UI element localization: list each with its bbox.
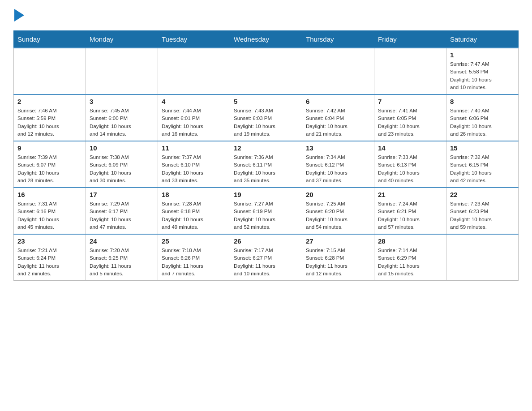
day-number: 27 xyxy=(306,237,370,245)
day-info: Sunrise: 7:29 AM Sunset: 6:17 PM Dayligh… xyxy=(90,200,154,231)
calendar-header-saturday: Saturday xyxy=(446,31,519,48)
day-number: 1 xyxy=(450,51,515,59)
week-row-2: 2Sunrise: 7:46 AM Sunset: 5:59 PM Daylig… xyxy=(14,94,519,141)
calendar-cell: 10Sunrise: 7:38 AM Sunset: 6:09 PM Dayli… xyxy=(86,141,158,188)
calendar-cell: 16Sunrise: 7:31 AM Sunset: 6:16 PM Dayli… xyxy=(14,188,86,234)
day-info: Sunrise: 7:41 AM Sunset: 6:05 PM Dayligh… xyxy=(378,107,442,138)
day-number: 12 xyxy=(234,144,298,152)
calendar-cell: 27Sunrise: 7:15 AM Sunset: 6:28 PM Dayli… xyxy=(302,234,374,281)
calendar-cell: 3Sunrise: 7:45 AM Sunset: 6:00 PM Daylig… xyxy=(86,94,158,141)
calendar-cell xyxy=(14,48,86,94)
day-info: Sunrise: 7:38 AM Sunset: 6:09 PM Dayligh… xyxy=(90,154,154,184)
calendar-cell: 6Sunrise: 7:42 AM Sunset: 6:04 PM Daylig… xyxy=(302,94,374,141)
day-number: 17 xyxy=(90,191,154,198)
svg-marker-0 xyxy=(14,9,24,21)
day-info: Sunrise: 7:14 AM Sunset: 6:29 PM Dayligh… xyxy=(378,247,442,278)
calendar-cell: 7Sunrise: 7:41 AM Sunset: 6:05 PM Daylig… xyxy=(374,94,446,141)
calendar-cell: 24Sunrise: 7:20 AM Sunset: 6:25 PM Dayli… xyxy=(86,234,158,281)
calendar-cell: 14Sunrise: 7:33 AM Sunset: 6:13 PM Dayli… xyxy=(374,141,446,188)
day-number: 7 xyxy=(378,98,442,105)
day-number: 13 xyxy=(306,144,370,152)
day-info: Sunrise: 7:45 AM Sunset: 6:00 PM Dayligh… xyxy=(90,107,154,138)
calendar-cell: 2Sunrise: 7:46 AM Sunset: 5:59 PM Daylig… xyxy=(14,94,86,141)
calendar-cell: 5Sunrise: 7:43 AM Sunset: 6:03 PM Daylig… xyxy=(230,94,302,141)
calendar-cell xyxy=(374,48,446,94)
day-number: 3 xyxy=(90,98,154,105)
day-info: Sunrise: 7:39 AM Sunset: 6:07 PM Dayligh… xyxy=(17,154,82,184)
day-info: Sunrise: 7:43 AM Sunset: 6:03 PM Dayligh… xyxy=(234,107,298,138)
day-number: 16 xyxy=(17,191,82,198)
calendar-header-friday: Friday xyxy=(374,31,446,48)
calendar-cell: 1Sunrise: 7:47 AM Sunset: 5:58 PM Daylig… xyxy=(446,48,519,94)
day-number: 19 xyxy=(234,191,298,198)
calendar-header-row: SundayMondayTuesdayWednesdayThursdayFrid… xyxy=(14,31,519,48)
day-number: 9 xyxy=(17,144,82,152)
calendar-header-tuesday: Tuesday xyxy=(158,31,230,48)
calendar-cell: 28Sunrise: 7:14 AM Sunset: 6:29 PM Dayli… xyxy=(374,234,446,281)
day-number: 25 xyxy=(162,237,226,245)
calendar-cell xyxy=(302,48,374,94)
calendar-cell: 23Sunrise: 7:21 AM Sunset: 6:24 PM Dayli… xyxy=(14,234,86,281)
logo-flag-icon xyxy=(14,9,24,21)
calendar-cell: 8Sunrise: 7:40 AM Sunset: 6:06 PM Daylig… xyxy=(446,94,519,141)
week-row-5: 23Sunrise: 7:21 AM Sunset: 6:24 PM Dayli… xyxy=(14,234,519,281)
day-number: 23 xyxy=(17,237,82,245)
day-info: Sunrise: 7:44 AM Sunset: 6:01 PM Dayligh… xyxy=(162,107,226,138)
day-number: 5 xyxy=(234,98,298,105)
calendar-header-wednesday: Wednesday xyxy=(230,31,302,48)
day-info: Sunrise: 7:15 AM Sunset: 6:28 PM Dayligh… xyxy=(306,247,370,278)
day-number: 24 xyxy=(90,237,154,245)
day-info: Sunrise: 7:34 AM Sunset: 6:12 PM Dayligh… xyxy=(306,154,370,184)
day-info: Sunrise: 7:27 AM Sunset: 6:19 PM Dayligh… xyxy=(234,200,298,231)
calendar-header-thursday: Thursday xyxy=(302,31,374,48)
day-number: 21 xyxy=(378,191,442,198)
day-info: Sunrise: 7:25 AM Sunset: 6:20 PM Dayligh… xyxy=(306,200,370,231)
day-info: Sunrise: 7:31 AM Sunset: 6:16 PM Dayligh… xyxy=(17,200,82,231)
calendar-cell xyxy=(158,48,230,94)
calendar-cell: 11Sunrise: 7:37 AM Sunset: 6:10 PM Dayli… xyxy=(158,141,230,188)
calendar-cell: 15Sunrise: 7:32 AM Sunset: 6:15 PM Dayli… xyxy=(446,141,519,188)
day-info: Sunrise: 7:42 AM Sunset: 6:04 PM Dayligh… xyxy=(306,107,370,138)
calendar-cell xyxy=(230,48,302,94)
calendar-cell: 9Sunrise: 7:39 AM Sunset: 6:07 PM Daylig… xyxy=(14,141,86,188)
calendar-cell: 4Sunrise: 7:44 AM Sunset: 6:01 PM Daylig… xyxy=(158,94,230,141)
day-number: 18 xyxy=(162,191,226,198)
calendar-cell: 21Sunrise: 7:24 AM Sunset: 6:21 PM Dayli… xyxy=(374,188,446,234)
day-info: Sunrise: 7:20 AM Sunset: 6:25 PM Dayligh… xyxy=(90,247,154,278)
day-info: Sunrise: 7:37 AM Sunset: 6:10 PM Dayligh… xyxy=(162,154,226,184)
calendar-cell: 12Sunrise: 7:36 AM Sunset: 6:11 PM Dayli… xyxy=(230,141,302,188)
day-info: Sunrise: 7:23 AM Sunset: 6:23 PM Dayligh… xyxy=(450,200,515,231)
day-info: Sunrise: 7:46 AM Sunset: 5:59 PM Dayligh… xyxy=(17,107,82,138)
day-number: 10 xyxy=(90,144,154,152)
page-header xyxy=(13,9,519,21)
calendar-cell: 22Sunrise: 7:23 AM Sunset: 6:23 PM Dayli… xyxy=(446,188,519,234)
day-number: 8 xyxy=(450,98,515,105)
day-number: 15 xyxy=(450,144,515,152)
day-number: 22 xyxy=(450,191,515,198)
day-info: Sunrise: 7:36 AM Sunset: 6:11 PM Dayligh… xyxy=(234,154,298,184)
calendar-cell: 25Sunrise: 7:18 AM Sunset: 6:26 PM Dayli… xyxy=(158,234,230,281)
calendar-table: SundayMondayTuesdayWednesdayThursdayFrid… xyxy=(13,30,519,281)
week-row-1: 1Sunrise: 7:47 AM Sunset: 5:58 PM Daylig… xyxy=(14,48,519,94)
calendar-cell xyxy=(446,234,519,281)
calendar-cell: 26Sunrise: 7:17 AM Sunset: 6:27 PM Dayli… xyxy=(230,234,302,281)
day-info: Sunrise: 7:18 AM Sunset: 6:26 PM Dayligh… xyxy=(162,247,226,278)
day-info: Sunrise: 7:47 AM Sunset: 5:58 PM Dayligh… xyxy=(450,60,515,91)
calendar-cell: 13Sunrise: 7:34 AM Sunset: 6:12 PM Dayli… xyxy=(302,141,374,188)
day-info: Sunrise: 7:32 AM Sunset: 6:15 PM Dayligh… xyxy=(450,154,515,184)
logo xyxy=(13,9,24,21)
calendar-header-monday: Monday xyxy=(86,31,158,48)
day-info: Sunrise: 7:24 AM Sunset: 6:21 PM Dayligh… xyxy=(378,200,442,231)
day-number: 20 xyxy=(306,191,370,198)
calendar-cell: 20Sunrise: 7:25 AM Sunset: 6:20 PM Dayli… xyxy=(302,188,374,234)
day-number: 14 xyxy=(378,144,442,152)
day-number: 2 xyxy=(17,98,82,105)
day-number: 11 xyxy=(162,144,226,152)
calendar-cell xyxy=(86,48,158,94)
day-info: Sunrise: 7:33 AM Sunset: 6:13 PM Dayligh… xyxy=(378,154,442,184)
day-number: 26 xyxy=(234,237,298,245)
calendar-cell: 18Sunrise: 7:28 AM Sunset: 6:18 PM Dayli… xyxy=(158,188,230,234)
day-info: Sunrise: 7:40 AM Sunset: 6:06 PM Dayligh… xyxy=(450,107,515,138)
calendar-cell: 17Sunrise: 7:29 AM Sunset: 6:17 PM Dayli… xyxy=(86,188,158,234)
week-row-3: 9Sunrise: 7:39 AM Sunset: 6:07 PM Daylig… xyxy=(14,141,519,188)
